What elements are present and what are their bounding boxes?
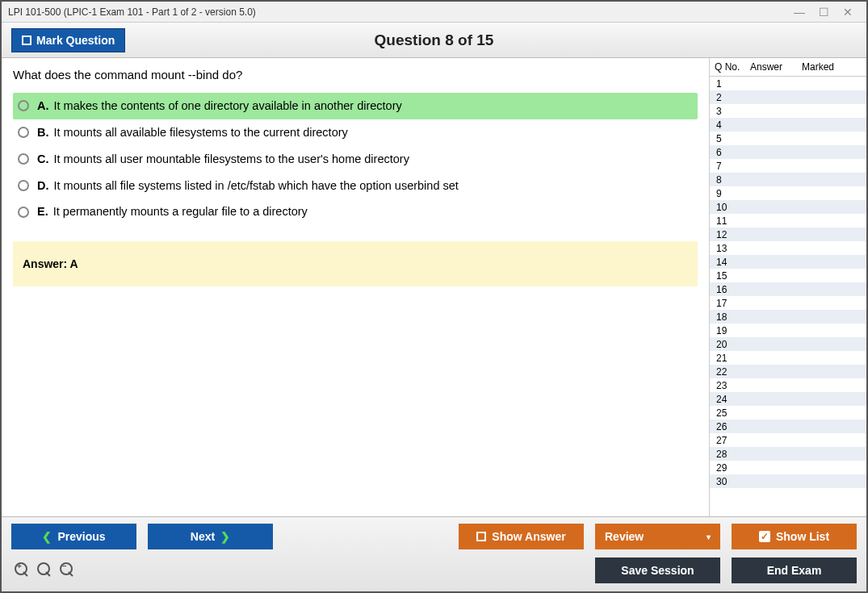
- button-row-1: ❮ Previous Next ❯ Show Answer Review ▾ ✓…: [11, 524, 857, 549]
- col-marked: Marked: [797, 58, 866, 76]
- list-item[interactable]: 7: [710, 159, 866, 173]
- list-item[interactable]: 25: [710, 406, 866, 420]
- checkbox-icon: [22, 35, 31, 45]
- end-exam-label: End Exam: [767, 564, 822, 577]
- titlebar: LPI 101-500 (LPIC-1 Exam 101 - Part 1 of…: [2, 2, 866, 23]
- list-item[interactable]: 23: [710, 378, 866, 392]
- sidebar-header: Q No. Answer Marked: [710, 58, 866, 77]
- list-item[interactable]: 6: [710, 145, 866, 159]
- zoom-in-button[interactable]: +: [15, 562, 31, 578]
- radio-icon: [18, 180, 29, 191]
- list-item[interactable]: 5: [710, 132, 866, 145]
- option-text: A. It makes the contents of one director…: [37, 98, 402, 114]
- list-item[interactable]: 29: [710, 461, 866, 474]
- zoom-controls: + −: [11, 562, 76, 578]
- next-button[interactable]: Next ❯: [148, 524, 273, 549]
- chevron-down-icon: ▾: [707, 532, 711, 541]
- list-item[interactable]: 22: [710, 365, 866, 378]
- question-list-sidebar: Q No. Answer Marked 12345678910111213141…: [709, 58, 866, 516]
- minimize-button[interactable]: —: [787, 6, 811, 19]
- app-window: LPI 101-500 (LPIC-1 Exam 101 - Part 1 of…: [0, 0, 868, 593]
- list-item[interactable]: 12: [710, 228, 866, 241]
- list-item[interactable]: 14: [710, 255, 866, 269]
- option-b[interactable]: B. It mounts all available filesystems t…: [13, 119, 698, 146]
- list-item[interactable]: 9: [710, 186, 866, 200]
- bottombar: ❮ Previous Next ❯ Show Answer Review ▾ ✓…: [2, 516, 866, 591]
- list-item[interactable]: 2: [710, 90, 866, 104]
- show-list-label: Show List: [776, 530, 829, 543]
- chevron-right-icon: ❯: [220, 530, 230, 543]
- topbar: Mark Question Question 8 of 15: [2, 23, 866, 58]
- save-session-label: Save Session: [621, 564, 694, 577]
- list-item[interactable]: 27: [710, 433, 866, 447]
- list-item[interactable]: 30: [710, 474, 866, 488]
- list-item[interactable]: 20: [710, 337, 866, 351]
- list-item[interactable]: 4: [710, 118, 866, 132]
- mark-question-label: Mark Question: [36, 34, 115, 47]
- show-answer-label: Show Answer: [492, 530, 565, 543]
- check-icon: ✓: [759, 531, 770, 542]
- list-item[interactable]: 24: [710, 392, 866, 406]
- sidebar-list[interactable]: 1234567891011121314151617181920212223242…: [710, 77, 866, 516]
- answer-box: Answer: A: [13, 241, 698, 286]
- list-item[interactable]: 26: [710, 420, 866, 433]
- option-text: E. It permanently mounts a regular file …: [37, 204, 308, 219]
- next-label: Next: [191, 530, 215, 543]
- list-item[interactable]: 3: [710, 104, 866, 118]
- show-list-button[interactable]: ✓ Show List: [732, 524, 857, 549]
- save-session-button[interactable]: Save Session: [595, 558, 720, 583]
- window-title: LPI 101-500 (LPIC-1 Exam 101 - Part 1 of…: [8, 6, 256, 18]
- col-answer: Answer: [745, 58, 797, 76]
- list-item[interactable]: 1: [710, 77, 866, 90]
- option-text: D. It mounts all file systems listed in …: [37, 178, 459, 194]
- zoom-out-button[interactable]: −: [60, 562, 76, 578]
- list-item[interactable]: 15: [710, 269, 866, 282]
- checkbox-icon: [476, 532, 486, 541]
- previous-label: Previous: [57, 530, 105, 543]
- review-label: Review: [605, 530, 644, 543]
- close-button[interactable]: ✕: [836, 6, 860, 19]
- list-item[interactable]: 19: [710, 324, 866, 337]
- zoom-reset-button[interactable]: [37, 562, 53, 578]
- option-text: C. It mounts all user mountable filesyst…: [37, 152, 409, 167]
- question-text: What does the command mount --bind do?: [13, 68, 698, 81]
- radio-icon: [18, 127, 29, 138]
- options-list: A. It makes the contents of one director…: [13, 93, 698, 225]
- maximize-button[interactable]: ☐: [811, 6, 836, 19]
- list-item[interactable]: 8: [710, 173, 866, 186]
- option-a[interactable]: A. It makes the contents of one director…: [13, 93, 698, 119]
- list-item[interactable]: 16: [710, 282, 866, 296]
- option-text: B. It mounts all available filesystems t…: [37, 125, 348, 140]
- show-answer-button[interactable]: Show Answer: [459, 524, 584, 549]
- body: What does the command mount --bind do? A…: [2, 58, 866, 516]
- list-item[interactable]: 13: [710, 241, 866, 255]
- main-pane: What does the command mount --bind do? A…: [2, 58, 709, 516]
- radio-icon: [18, 153, 29, 165]
- list-item[interactable]: 11: [710, 214, 866, 228]
- chevron-left-icon: ❮: [42, 530, 52, 543]
- question-counter: Question 8 of 15: [375, 31, 494, 49]
- option-d[interactable]: D. It mounts all file systems listed in …: [13, 173, 698, 199]
- option-e[interactable]: E. It permanently mounts a regular file …: [13, 198, 698, 225]
- radio-icon: [18, 100, 29, 111]
- button-row-2: + − Save Session End Exam: [11, 558, 857, 583]
- mark-question-button[interactable]: Mark Question: [11, 28, 125, 52]
- review-button[interactable]: Review ▾: [595, 524, 720, 549]
- col-qno: Q No.: [710, 58, 745, 76]
- previous-button[interactable]: ❮ Previous: [11, 524, 136, 549]
- list-item[interactable]: 17: [710, 296, 866, 310]
- list-item[interactable]: 18: [710, 310, 866, 324]
- list-item[interactable]: 28: [710, 447, 866, 461]
- radio-icon: [18, 207, 29, 218]
- list-item[interactable]: 21: [710, 351, 866, 365]
- list-item[interactable]: 10: [710, 200, 866, 214]
- option-c[interactable]: C. It mounts all user mountable filesyst…: [13, 146, 698, 173]
- end-exam-button[interactable]: End Exam: [732, 558, 857, 583]
